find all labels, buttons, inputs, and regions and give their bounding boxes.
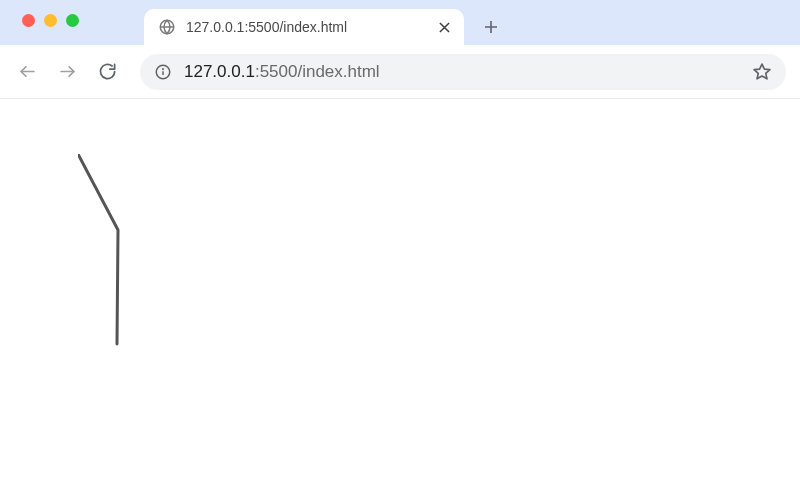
tab-bar: 127.0.0.1:5500/index.html: [0, 0, 800, 45]
globe-icon: [158, 18, 176, 36]
url-host: 127.0.0.1: [184, 62, 255, 81]
back-button[interactable]: [10, 55, 44, 89]
address-bar[interactable]: 127.0.0.1:5500/index.html: [140, 54, 786, 90]
window-minimize-button[interactable]: [44, 14, 57, 27]
window-controls: [14, 14, 87, 27]
forward-button[interactable]: [50, 55, 84, 89]
url-path: :5500/index.html: [255, 62, 380, 81]
window-maximize-button[interactable]: [66, 14, 79, 27]
site-info-icon[interactable]: [154, 63, 172, 81]
browser-chrome: 127.0.0.1:5500/index.html: [0, 0, 800, 99]
bookmark-star-icon[interactable]: [752, 62, 772, 82]
toolbar: 127.0.0.1:5500/index.html: [0, 45, 800, 99]
tab-close-button[interactable]: [436, 19, 452, 35]
url-text[interactable]: 127.0.0.1:5500/index.html: [184, 62, 740, 82]
window-close-button[interactable]: [22, 14, 35, 27]
new-tab-button[interactable]: [476, 12, 506, 42]
tab-title: 127.0.0.1:5500/index.html: [186, 19, 426, 35]
svg-point-3: [163, 68, 164, 69]
polyline-drawing: [78, 154, 138, 354]
browser-tab[interactable]: 127.0.0.1:5500/index.html: [144, 9, 464, 45]
page-content: [0, 99, 800, 504]
reload-button[interactable]: [90, 55, 124, 89]
